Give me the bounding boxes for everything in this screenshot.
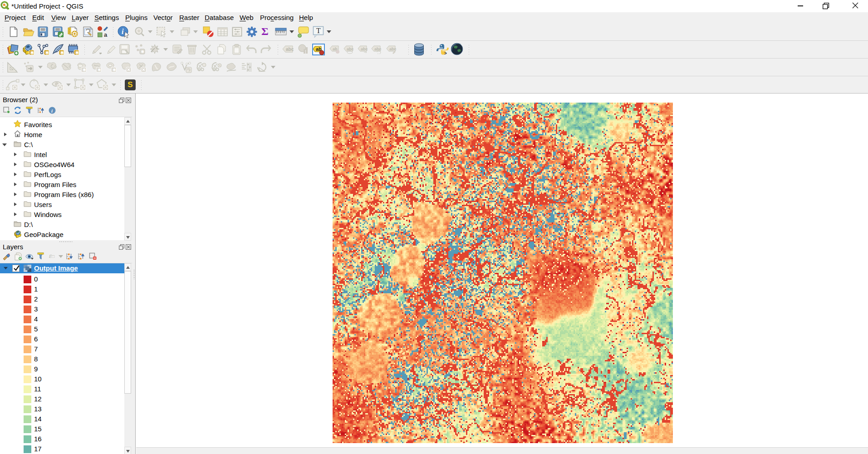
svg-text:✱: ✱ xyxy=(60,50,64,55)
svg-text:abc: abc xyxy=(286,47,294,52)
svg-text:✱: ✱ xyxy=(98,68,101,72)
svg-text:✱: ✱ xyxy=(75,50,79,55)
svg-text:T: T xyxy=(316,27,321,35)
svg-text:✱: ✱ xyxy=(141,49,145,54)
svg-text:✱: ✱ xyxy=(30,50,34,55)
svg-text:abc: abc xyxy=(389,47,397,51)
svg-text:>: > xyxy=(444,51,447,56)
svg-text:✱: ✱ xyxy=(45,50,49,55)
svg-text:✱: ✱ xyxy=(113,68,116,72)
svg-text:abc: abc xyxy=(347,47,354,51)
svg-text:i: i xyxy=(122,28,124,35)
svg-text:✱: ✱ xyxy=(83,68,86,72)
svg-text:a: a xyxy=(104,31,108,38)
svg-text:abc: abc xyxy=(361,47,368,51)
